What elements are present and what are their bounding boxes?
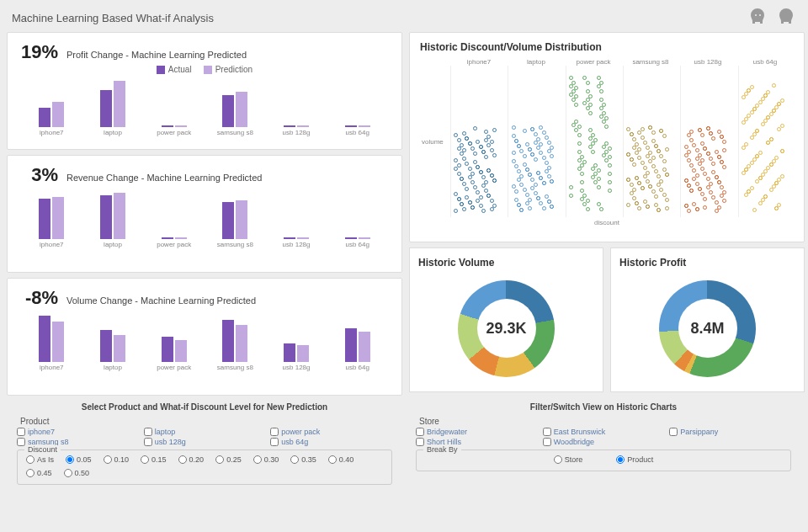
scatter-point[interactable] (706, 126, 710, 130)
scatter-point[interactable] (462, 157, 466, 161)
scatter-point[interactable] (703, 172, 707, 176)
scatter-point[interactable] (479, 145, 483, 149)
scatter-point[interactable] (626, 152, 630, 157)
scatter-point[interactable] (630, 132, 634, 136)
scatter-point[interactable] (462, 207, 466, 211)
scatter-point[interactable] (780, 149, 784, 153)
scatter-point[interactable] (608, 146, 612, 151)
scatter-point[interactable] (470, 205, 475, 210)
scatter-point[interactable] (646, 205, 650, 209)
scatter-point[interactable] (711, 195, 715, 200)
scatter-point[interactable] (602, 103, 606, 107)
scatter-point[interactable] (536, 146, 540, 150)
scatter-point[interactable] (547, 141, 551, 145)
discount-radio-0.25[interactable]: 0.25 (215, 455, 242, 464)
scatter-point[interactable] (747, 189, 751, 194)
scatter-point[interactable] (512, 125, 516, 130)
scatter-point[interactable] (545, 169, 549, 173)
scatter-point[interactable] (763, 93, 768, 98)
scatter-point[interactable] (539, 125, 543, 130)
scatter-point[interactable] (758, 176, 763, 180)
scatter-point[interactable] (588, 103, 593, 107)
scatter-point[interactable] (604, 141, 609, 146)
scatter-point[interactable] (744, 168, 748, 172)
scatter-point[interactable] (717, 180, 721, 184)
scatter-point[interactable] (577, 150, 582, 154)
scatter-point[interactable] (528, 147, 532, 152)
scatter-point[interactable] (635, 176, 639, 180)
scatter-point[interactable] (755, 154, 759, 158)
scatter-point[interactable] (468, 141, 472, 146)
scatter-point[interactable] (711, 170, 715, 174)
scatter-point[interactable] (547, 174, 551, 178)
scatter-point[interactable] (468, 167, 472, 171)
scatter-point[interactable] (774, 206, 779, 210)
bar-actual[interactable] (162, 237, 173, 239)
scatter-point[interactable] (717, 130, 721, 134)
scatter-point[interactable] (536, 196, 540, 200)
bar-actual[interactable] (39, 316, 50, 362)
scatter-point[interactable] (517, 169, 521, 173)
scatter-point[interactable] (665, 206, 669, 210)
scatter-point[interactable] (632, 162, 636, 167)
scatter-point[interactable] (534, 157, 538, 162)
scatter-point[interactable] (747, 88, 751, 93)
scatter-point[interactable] (514, 198, 518, 202)
bar-actual[interactable] (345, 237, 357, 239)
scatter-point[interactable] (651, 139, 656, 143)
scatter-point[interactable] (545, 194, 549, 199)
discount-radio-0.05[interactable]: 0.05 (66, 455, 92, 464)
bar-actual[interactable] (100, 90, 112, 127)
brain-icon[interactable] (776, 7, 796, 29)
scatter-point[interactable] (720, 135, 724, 139)
scatter-point[interactable] (542, 181, 546, 185)
bar-actual[interactable] (222, 95, 234, 127)
scatter-point[interactable] (481, 184, 486, 188)
scatter-point[interactable] (654, 144, 658, 148)
scatter-point[interactable] (646, 146, 650, 150)
scatter-point[interactable] (588, 111, 593, 115)
scatter-point[interactable] (722, 148, 726, 152)
bar-prediction[interactable] (52, 102, 64, 127)
scatter-point[interactable] (465, 187, 469, 191)
scatter-point[interactable] (473, 152, 477, 156)
scatter-point[interactable] (711, 162, 715, 166)
scatter-point[interactable] (569, 194, 573, 198)
scatter-point[interactable] (654, 169, 658, 173)
bar-prediction[interactable] (359, 332, 370, 362)
scatter-point[interactable] (492, 153, 497, 157)
scatter-point[interactable] (722, 199, 726, 203)
scatter-point[interactable] (512, 159, 516, 163)
scatter-point[interactable] (698, 162, 702, 166)
scatter-point[interactable] (597, 168, 601, 173)
scatter-point[interactable] (486, 194, 491, 198)
scatter-point[interactable] (654, 203, 658, 207)
scatter-point[interactable] (465, 136, 469, 141)
scatter-point[interactable] (476, 190, 480, 194)
scatter-point[interactable] (626, 203, 630, 207)
scatter-point[interactable] (577, 133, 582, 137)
scatter-point[interactable] (460, 202, 464, 206)
scatter-point[interactable] (604, 116, 609, 120)
scatter-point[interactable] (525, 168, 529, 172)
discount-radio-As-Is[interactable]: As Is (26, 455, 54, 464)
scatter-point[interactable] (512, 151, 516, 155)
store-checkbox-Woodbridge[interactable]: Woodbridge (543, 438, 665, 446)
scatter-point[interactable] (547, 149, 551, 153)
scatter-point[interactable] (656, 174, 661, 178)
scatter-point[interactable] (720, 194, 724, 198)
bar-actual[interactable] (284, 125, 295, 127)
scatter-point[interactable] (481, 150, 486, 154)
scatter-point[interactable] (484, 155, 488, 159)
scatter-point[interactable] (654, 194, 658, 199)
scatter-point[interactable] (772, 109, 776, 113)
scatter-point[interactable] (744, 142, 748, 146)
scatter-point[interactable] (517, 178, 521, 182)
scatter-point[interactable] (752, 208, 757, 212)
bar-prediction[interactable] (52, 322, 64, 362)
scatter-point[interactable] (534, 132, 538, 136)
scatter-point[interactable] (460, 152, 464, 156)
scatter-point[interactable] (517, 203, 521, 207)
scatter-point[interactable] (635, 201, 639, 205)
scatter-point[interactable] (643, 166, 647, 170)
